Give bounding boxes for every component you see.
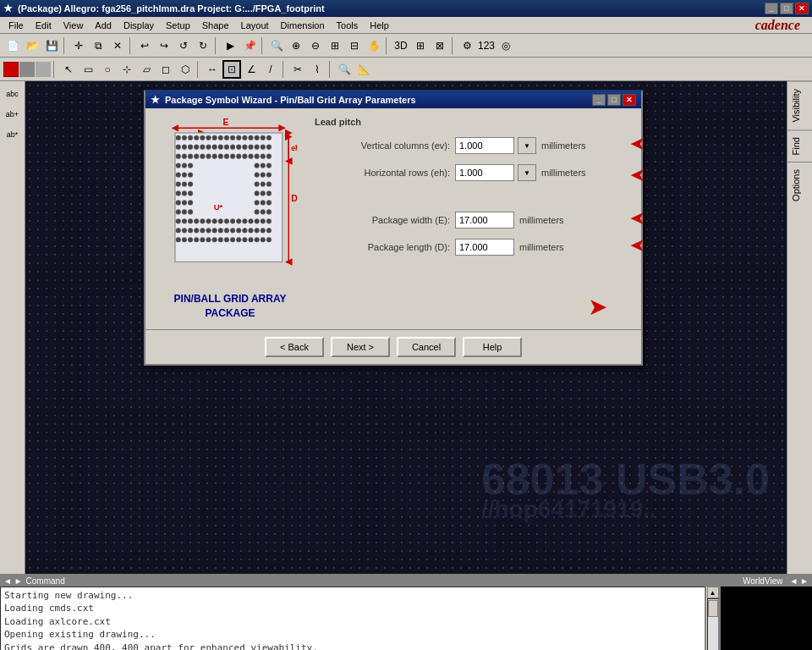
tb-open[interactable]: 📂 xyxy=(23,36,41,55)
tb2-sep-4 xyxy=(329,61,332,78)
command-content: Starting new drawing... Loading cmds.cxt… xyxy=(0,587,812,650)
tb-3d[interactable]: 3D xyxy=(392,36,410,55)
svg-point-13 xyxy=(194,135,199,140)
dialog-minimize-button[interactable]: _ xyxy=(592,94,606,106)
menu-tools[interactable]: Tools xyxy=(332,19,364,31)
tb2-red[interactable] xyxy=(3,62,19,77)
menu-shape[interactable]: Shape xyxy=(197,19,234,31)
tb2-shape[interactable]: ▱ xyxy=(137,60,156,79)
worldview-label: WorldView xyxy=(743,576,786,586)
lp-btn-2[interactable]: ab+ xyxy=(3,105,22,124)
scroll-up-button[interactable]: ▲ xyxy=(707,587,719,598)
tb2-gray[interactable] xyxy=(19,62,35,77)
next-button[interactable]: Next > xyxy=(331,337,390,357)
tb2-arc[interactable]: ◻ xyxy=(156,60,175,79)
minimize-button[interactable]: _ xyxy=(765,3,778,14)
tb-undo[interactable]: ↩ xyxy=(135,36,154,55)
menu-setup[interactable]: Setup xyxy=(161,19,195,31)
horizontal-rows-dropdown[interactable]: ▼ xyxy=(518,164,536,181)
horizontal-rows-input[interactable] xyxy=(455,164,514,181)
help-button[interactable]: Help xyxy=(463,337,522,357)
svg-point-11 xyxy=(182,135,187,140)
tb-redo2[interactable]: ↻ xyxy=(194,36,212,55)
tb-add-connect[interactable]: ✛ xyxy=(69,36,88,55)
tb-redo[interactable]: ↪ xyxy=(155,36,173,55)
tb-123[interactable]: 123 xyxy=(477,36,496,55)
command-scrollbar[interactable]: ▲ ▼ xyxy=(705,587,719,650)
tb-sep-3 xyxy=(215,37,218,54)
tb-run[interactable]: ▶ xyxy=(221,36,239,55)
tb2-gray2[interactable] xyxy=(36,62,51,77)
package-width-input[interactable] xyxy=(455,212,514,229)
svg-text:E: E xyxy=(223,118,229,127)
tb-zoom-area[interactable]: 🔍 xyxy=(267,36,286,55)
tb2-angle[interactable]: ∠ xyxy=(242,60,261,79)
tb2-rect[interactable]: ▭ xyxy=(79,60,97,79)
cancel-button[interactable]: Cancel xyxy=(397,337,456,357)
menu-edit[interactable]: Edit xyxy=(30,19,57,31)
tb-zoom-fit[interactable]: ⊞ xyxy=(326,36,344,55)
tb-zoom-out[interactable]: ⊖ xyxy=(306,36,325,55)
menu-help[interactable]: Help xyxy=(365,19,394,31)
sidebar-tab-find[interactable]: Find xyxy=(787,129,812,162)
dialog-maximize-button[interactable]: □ xyxy=(607,94,621,106)
dialog-close-button[interactable]: ✕ xyxy=(623,94,636,106)
tb2-poly[interactable]: ⬡ xyxy=(176,60,195,79)
tb2-magnify[interactable]: 🔍 xyxy=(335,60,354,79)
menu-add[interactable]: Add xyxy=(90,19,117,31)
tb-props[interactable]: ⚙ xyxy=(458,36,476,55)
lp-btn-3[interactable]: ab* xyxy=(3,125,22,144)
maximize-button[interactable]: □ xyxy=(780,3,793,14)
command-log[interactable]: Starting new drawing... Loading cmds.cxt… xyxy=(0,587,705,650)
menu-view[interactable]: View xyxy=(58,19,89,31)
app-title: (Package) Allegro: fga256_pitchlmm.dra P… xyxy=(18,3,325,14)
close-button[interactable]: ✕ xyxy=(795,3,809,14)
scroll-track[interactable] xyxy=(707,598,719,650)
tb2-trim[interactable]: ⌇ xyxy=(308,60,326,79)
tb-zoom-prev[interactable]: ⊟ xyxy=(345,36,364,55)
tb2-select[interactable]: ⊹ xyxy=(118,60,136,79)
menu-file[interactable]: File xyxy=(3,19,29,31)
tb2-cursor[interactable]: ↖ xyxy=(59,60,78,79)
dialog-title-bar[interactable]: ★ Package Symbol Wizard - Pin/Ball Grid … xyxy=(145,91,641,108)
sidebar-tab-options[interactable]: Options xyxy=(787,162,812,208)
back-button[interactable]: < Back xyxy=(265,337,324,357)
world-view-canvas[interactable] xyxy=(721,587,812,650)
tb2-sep-3 xyxy=(283,61,286,78)
sidebar-tab-visibility[interactable]: Visibility xyxy=(787,81,812,129)
scroll-thumb[interactable] xyxy=(708,600,718,617)
tb-zoom-in[interactable]: ⊕ xyxy=(287,36,305,55)
tb2-line[interactable]: / xyxy=(261,60,280,79)
vertical-columns-row: Vertical columns (ev): ▼ millimeters ➤ xyxy=(315,137,633,154)
menu-display[interactable]: Display xyxy=(118,19,159,31)
tb-save[interactable]: 💾 xyxy=(42,36,61,55)
tb-pin[interactable]: 📌 xyxy=(240,36,259,55)
tb-pan[interactable]: ✋ xyxy=(365,36,383,55)
tb2-measure-active[interactable]: ⊡ xyxy=(222,60,241,79)
tb-grid[interactable]: ⊞ xyxy=(411,36,430,55)
tb-sep-1 xyxy=(63,37,67,54)
menu-layout[interactable]: Layout xyxy=(236,19,274,31)
main-area: abc ab+ ab* 68013 USB3.0 //hop64171919..… xyxy=(0,81,812,574)
package-length-input[interactable] xyxy=(455,239,514,256)
tb-delete[interactable]: ✕ xyxy=(108,36,127,55)
dialog-window-controls: _ □ ✕ xyxy=(592,94,636,106)
tb-new[interactable]: 📄 xyxy=(3,36,22,55)
tb2-circle[interactable]: ○ xyxy=(98,60,117,79)
dialog-buttons: < Back Next > Cancel Help xyxy=(145,329,641,364)
svg-point-25 xyxy=(266,135,272,140)
tb2-ruler[interactable]: 📐 xyxy=(354,60,373,79)
tb-grid2[interactable]: ⊠ xyxy=(431,36,449,55)
svg-point-23 xyxy=(255,135,260,140)
menu-dimension[interactable]: Dimension xyxy=(276,19,330,31)
tb-last[interactable]: ◎ xyxy=(497,36,515,55)
bottom-area: ◄ ► Command WorldView ◄ ► Starting new d… xyxy=(0,574,812,650)
lp-btn-1[interactable]: abc xyxy=(3,85,22,103)
tb-copy[interactable]: ⧉ xyxy=(89,36,107,55)
vertical-columns-input[interactable] xyxy=(455,137,514,154)
tb2-cut[interactable]: ✂ xyxy=(288,60,307,79)
vertical-columns-dropdown[interactable]: ▼ xyxy=(518,137,536,154)
tb2-measure[interactable]: ↔ xyxy=(203,60,222,79)
canvas-area[interactable]: 68013 USB3.0 //hop64171919.. ★ Package S… xyxy=(25,81,787,574)
tb-undo2[interactable]: ↺ xyxy=(174,36,193,55)
